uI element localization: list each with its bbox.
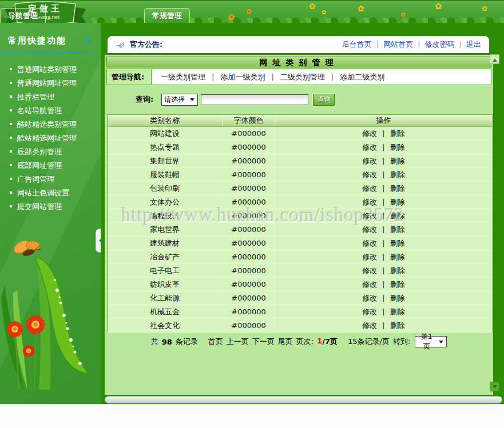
sidebar-item[interactable]: 底部网址管理 (0, 158, 101, 172)
next-page-link[interactable]: 下一页 (252, 337, 275, 347)
prev-page-link[interactable]: 上一页 (227, 337, 249, 347)
sidebar-item[interactable]: 底部类别管理 (0, 145, 101, 158)
edit-link[interactable]: 修改 (362, 183, 377, 194)
search-button[interactable]: 查询 (313, 94, 335, 106)
delete-link[interactable]: 删除 (390, 238, 405, 249)
table-row: 电子电工 #000000 修改 | 删除 (108, 264, 492, 278)
goto-page-select[interactable]: 第1页 (415, 336, 447, 347)
category-name: 纺织皮革 (108, 278, 223, 291)
flower-icon (400, 11, 406, 18)
delete-link[interactable]: 删除 (390, 211, 405, 221)
category-name: 文体办公 (108, 195, 223, 209)
sidebar-item[interactable]: 提交网站管理 (0, 199, 101, 213)
total-records: 98 (162, 338, 172, 346)
search-type-select[interactable]: 请选择 (161, 94, 198, 106)
edit-link[interactable]: 修改 (362, 170, 377, 180)
sidebar-item[interactable]: 推荐栏管理 (0, 90, 101, 103)
table-row: 集邮世界 #000000 修改 | 删除 (108, 154, 492, 168)
edit-link[interactable]: 修改 (362, 156, 377, 166)
edit-link[interactable]: 修改 (362, 252, 377, 262)
edit-link[interactable]: 修改 (362, 279, 377, 290)
topbar-link[interactable]: 网站首页 (372, 39, 413, 50)
table-row: 冶金矿产 #000000 修改 | 删除 (108, 250, 492, 264)
flower-icon (322, 9, 326, 15)
last-page-link[interactable]: 尾页 (278, 337, 293, 347)
category-name: 编程设计 (108, 209, 223, 222)
table-row: 文体办公 #000000 修改 | 删除 (108, 195, 492, 209)
search-input[interactable] (201, 94, 308, 105)
edit-link[interactable]: 修改 (362, 197, 377, 207)
sidebar-header: 常用快捷功能 (0, 35, 101, 49)
category-name: 建筑建材 (108, 237, 223, 250)
edit-link[interactable]: 修改 (362, 321, 377, 331)
delete-link[interactable]: 删除 (390, 156, 405, 166)
sidebar-divider (0, 52, 101, 53)
flower-icon (482, 5, 487, 13)
sidebar-item[interactable]: 名站导航管理 (0, 103, 101, 117)
flower-icon (309, 2, 316, 11)
topbar-link[interactable]: 修改密码 (413, 39, 454, 50)
category-name: 化工能源 (108, 291, 223, 305)
topbar-link[interactable]: 后台首页 (342, 39, 372, 50)
table-row: 服装鞋帽 #000000 修改 | 删除 (108, 168, 492, 182)
sidebar-item[interactable]: 酷站精选网址管理 (0, 131, 101, 145)
edit-link[interactable]: 修改 (362, 129, 377, 139)
horizontal-scrollbar[interactable] (105, 396, 502, 403)
delete-link[interactable]: 删除 (390, 129, 405, 139)
sidebar-item[interactable]: 酷站精选类别管理 (0, 117, 101, 131)
table-row: 机械五金 #000000 修改 | 删除 (108, 305, 492, 319)
font-color-value: #000000 (223, 154, 275, 167)
font-color-value: #000000 (223, 250, 275, 263)
delete-link[interactable]: 删除 (390, 142, 405, 153)
delete-link[interactable]: 删除 (390, 225, 405, 235)
chevron-down-icon (190, 98, 195, 103)
column-header-name: 类别名称 (108, 115, 223, 126)
sidebar-collapse-handle[interactable] (96, 229, 101, 253)
top-tab[interactable]: 常规管理 (144, 8, 190, 23)
edit-link[interactable]: 修改 (362, 142, 377, 153)
delete-link[interactable]: 删除 (390, 170, 405, 180)
scroll-up-button[interactable] (490, 54, 499, 64)
category-name: 包装印刷 (108, 182, 223, 195)
delete-link[interactable]: 删除 (390, 197, 405, 207)
delete-link[interactable]: 删除 (390, 183, 405, 194)
manage-nav-link[interactable]: 二级类别管理 (265, 72, 324, 82)
table-row: 建筑建材 #000000 修改 | 删除 (108, 237, 492, 250)
edit-link[interactable]: 修改 (362, 225, 377, 235)
manage-nav-link[interactable]: 添加二级类别 (325, 72, 384, 82)
table-row: 化工能源 #000000 修改 | 删除 (108, 291, 492, 305)
edit-link[interactable]: 修改 (362, 211, 377, 221)
edit-link[interactable]: 修改 (362, 307, 377, 317)
edit-link[interactable]: 修改 (362, 293, 377, 303)
delete-link[interactable]: 删除 (390, 279, 405, 290)
manage-nav-link[interactable]: 一级类别管理 (161, 72, 205, 82)
sidebar-item[interactable]: 普通网站网址管理 (0, 76, 101, 90)
flower-icon (358, 4, 364, 13)
search-label: 查询: (136, 94, 153, 105)
row-actions: 修改 | 删除 (275, 278, 492, 291)
scroll-down-button[interactable] (490, 382, 499, 391)
chevron-down-icon[interactable] (82, 37, 96, 46)
sidebar-item[interactable]: 普通网站类别管理 (0, 62, 101, 76)
delete-link[interactable]: 删除 (390, 252, 405, 262)
first-page-link[interactable]: 首页 (208, 337, 223, 347)
edit-link[interactable]: 修改 (362, 266, 377, 276)
row-actions: 修改 | 删除 (275, 209, 492, 222)
butterfly-icon (12, 238, 41, 257)
sidebar-item[interactable]: 网站主色调设置 (0, 186, 101, 199)
manage-nav-link[interactable]: 添加一级类别 (205, 72, 265, 82)
delete-link[interactable]: 删除 (390, 321, 405, 331)
delete-link[interactable]: 删除 (390, 293, 405, 303)
delete-link[interactable]: 删除 (390, 307, 405, 317)
topbar-link[interactable]: 退出 (455, 39, 481, 50)
announcement-bar: 官方公告: 后台首页网站首页修改密码退出 (108, 36, 489, 53)
delete-link[interactable]: 删除 (390, 266, 405, 276)
table-body: 网站建设 #000000 修改 | 删除 热点专题 #000000 (108, 127, 492, 333)
announcement-icon (116, 41, 125, 49)
top-tab[interactable]: 导航管理 (0, 8, 46, 23)
per-page-label: 15条记录/页 (348, 337, 390, 347)
sidebar-item[interactable]: 广告词管理 (0, 172, 101, 186)
edit-link[interactable]: 修改 (362, 238, 377, 249)
category-name: 服装鞋帽 (108, 168, 223, 181)
category-name: 网站建设 (108, 127, 223, 140)
